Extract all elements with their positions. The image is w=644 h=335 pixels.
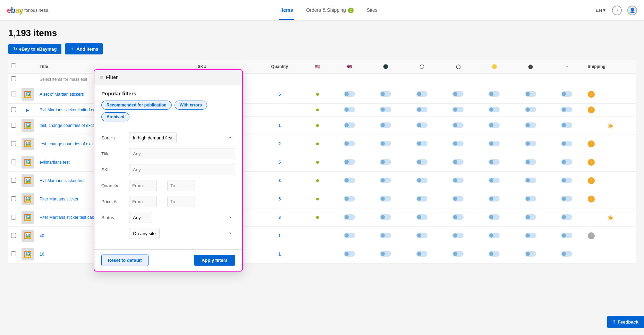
au-toggle[interactable] — [525, 214, 536, 220]
es-toggle[interactable] — [489, 141, 500, 146]
row-checkbox[interactable] — [11, 215, 16, 220]
reset-button[interactable]: Reset to default — [101, 255, 149, 266]
item-qty[interactable]: 5 — [255, 85, 304, 104]
fr-toggle[interactable] — [416, 251, 427, 257]
select-all-checkbox[interactable] — [11, 63, 16, 68]
ca-toggle[interactable] — [561, 91, 572, 97]
ca-toggle[interactable] — [561, 107, 572, 112]
item-qty[interactable]: 1 — [255, 227, 304, 245]
gb-toggle[interactable] — [344, 122, 355, 128]
de-toggle[interactable] — [380, 196, 391, 201]
it-toggle[interactable] — [452, 178, 464, 183]
ca-toggle[interactable] — [561, 214, 572, 220]
chip-errors[interactable]: With errors — [175, 101, 207, 110]
item-qty[interactable]: 5 — [255, 190, 304, 208]
gb-toggle[interactable] — [344, 178, 355, 183]
fr-toggle[interactable] — [416, 214, 427, 220]
de-toggle[interactable] — [380, 251, 391, 257]
item-qty[interactable]: 3 — [255, 172, 304, 190]
fr-toggle[interactable] — [416, 159, 427, 165]
au-toggle[interactable] — [525, 141, 536, 146]
ca-toggle[interactable] — [561, 233, 572, 238]
nav-sites[interactable]: Sites — [365, 0, 379, 20]
es-toggle[interactable] — [489, 122, 500, 128]
fr-toggle[interactable] — [416, 91, 427, 97]
de-toggle[interactable] — [380, 122, 391, 128]
site-select[interactable]: On any site — [129, 228, 160, 239]
de-toggle[interactable] — [380, 91, 391, 97]
status-select[interactable]: Any Active Inactive Ended — [129, 212, 152, 223]
au-toggle[interactable] — [525, 122, 536, 128]
ca-toggle[interactable] — [561, 178, 572, 183]
item-qty[interactable]: 1 — [255, 245, 304, 264]
row-checkbox[interactable] — [11, 92, 16, 96]
row-checkbox[interactable] — [11, 107, 16, 112]
help-button[interactable]: ? — [612, 6, 622, 15]
gb-toggle[interactable] — [344, 214, 355, 220]
shipping-status[interactable]: ! — [588, 159, 595, 166]
apply-filters-button[interactable]: Apply filters — [194, 255, 235, 266]
gb-toggle[interactable] — [344, 107, 355, 112]
feedback-button[interactable]: ? Feedback — [607, 316, 644, 328]
au-toggle[interactable] — [525, 251, 536, 257]
es-toggle[interactable] — [489, 251, 500, 257]
au-toggle[interactable] — [525, 178, 536, 183]
nav-orders[interactable]: Orders & Shipping 2 — [305, 0, 355, 20]
gb-toggle[interactable] — [344, 233, 355, 238]
es-toggle[interactable] — [489, 196, 500, 201]
fr-toggle[interactable] — [416, 107, 427, 112]
it-toggle[interactable] — [452, 233, 464, 238]
ca-toggle[interactable] — [561, 159, 572, 165]
fr-toggle[interactable] — [416, 122, 427, 128]
gb-toggle[interactable] — [344, 196, 355, 201]
de-toggle[interactable] — [380, 159, 391, 165]
de-toggle[interactable] — [380, 107, 391, 112]
shipping-status[interactable]: ! — [588, 196, 595, 203]
chip-archived[interactable]: Archived — [101, 112, 129, 121]
es-toggle[interactable] — [489, 107, 500, 112]
es-toggle[interactable] — [489, 214, 500, 220]
gb-toggle[interactable] — [344, 159, 355, 165]
au-toggle[interactable] — [525, 159, 536, 165]
fr-toggle[interactable] — [416, 178, 427, 183]
it-toggle[interactable] — [452, 214, 464, 220]
add-items-button[interactable]: ＋ Add items — [65, 43, 103, 54]
item-qty[interactable]: 3 — [255, 208, 304, 227]
au-toggle[interactable] — [525, 233, 536, 238]
ca-toggle[interactable] — [561, 141, 572, 146]
ca-toggle[interactable] — [561, 251, 572, 257]
item-qty[interactable]: 2 — [255, 135, 304, 153]
sku-input[interactable] — [129, 164, 235, 175]
shipping-status[interactable]: ! — [588, 232, 595, 239]
fr-toggle[interactable] — [416, 141, 427, 146]
sort-select[interactable]: In high demand first Newest first Price:… — [129, 132, 177, 143]
au-toggle[interactable] — [525, 91, 536, 97]
nav-items[interactable]: Items — [279, 0, 295, 20]
de-toggle[interactable] — [380, 178, 391, 183]
shipping-status[interactable]: ! — [588, 91, 595, 98]
row-checkbox[interactable] — [11, 160, 16, 164]
it-toggle[interactable] — [452, 141, 464, 146]
shipping-status[interactable]: ! — [588, 140, 595, 147]
ca-toggle[interactable] — [561, 196, 572, 201]
item-qty[interactable]: 5 — [255, 153, 304, 172]
language-selector[interactable]: EN▼ — [596, 8, 607, 13]
shipping-status[interactable]: ! — [588, 177, 595, 184]
de-toggle[interactable] — [380, 214, 391, 220]
es-toggle[interactable] — [489, 91, 500, 97]
fr-toggle[interactable] — [416, 196, 427, 201]
row-checkbox[interactable] — [11, 178, 16, 183]
it-toggle[interactable] — [452, 159, 464, 165]
shipping-status[interactable]: ! — [588, 106, 595, 113]
it-toggle[interactable] — [452, 107, 464, 112]
es-toggle[interactable] — [489, 178, 500, 183]
row-checkbox[interactable] — [11, 251, 16, 256]
expand-arrow[interactable]: ▶ — [26, 108, 29, 112]
mass-edit-checkbox[interactable] — [11, 76, 16, 81]
au-toggle[interactable] — [525, 107, 536, 112]
gb-toggle[interactable] — [344, 251, 355, 257]
title-input[interactable] — [129, 148, 235, 159]
it-toggle[interactable] — [452, 196, 464, 201]
row-checkbox[interactable] — [11, 123, 16, 128]
row-checkbox[interactable] — [11, 233, 16, 238]
